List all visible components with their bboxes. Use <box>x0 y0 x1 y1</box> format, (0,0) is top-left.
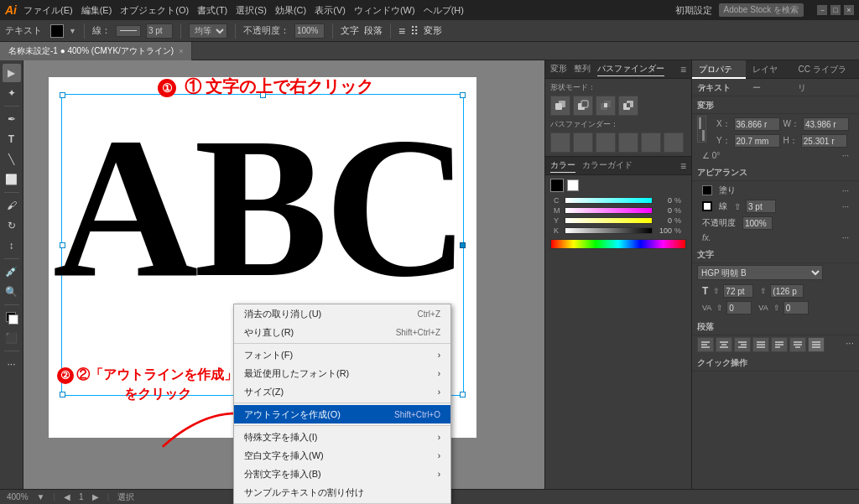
font-size-input[interactable] <box>723 284 753 298</box>
shape-minus-front[interactable] <box>573 96 593 116</box>
swatch-arrow[interactable]: ▼ <box>69 27 76 35</box>
search-box[interactable]: Adobe Stock を検索 <box>719 3 804 17</box>
paintbrush-tool[interactable]: 🖌 <box>3 196 21 215</box>
tracking-up-icon[interactable]: ⇧ <box>773 304 780 312</box>
cm-insert-blank[interactable]: 空白文字を挿入(W) › <box>234 446 450 465</box>
selection-tool[interactable]: ▶ <box>3 64 21 82</box>
kerning-up-icon[interactable]: ⇧ <box>716 304 723 312</box>
align-select[interactable]: 均等 <box>189 23 227 39</box>
y-slider[interactable] <box>565 217 653 224</box>
minimize-button[interactable]: － <box>817 5 827 15</box>
tab-cc-libraries[interactable]: CC ライブラリ <box>791 60 859 79</box>
menu-object[interactable]: オブジェクト(O) <box>120 4 189 17</box>
align-left-btn[interactable] <box>697 337 714 352</box>
direct-select-tool[interactable]: ✦ <box>3 84 21 102</box>
cm-fill-placeholder[interactable]: サンプルテキストの割り付け <box>234 483 450 501</box>
tab-pathfinder[interactable]: パスファインダー <box>597 63 664 76</box>
align-right-btn[interactable] <box>734 337 751 352</box>
stroke-color-swatch[interactable] <box>702 201 712 211</box>
leading-input[interactable] <box>770 284 804 298</box>
color-panel-menu[interactable]: ≡ <box>680 160 686 172</box>
tab-close[interactable]: × <box>179 47 183 55</box>
pf-crop[interactable] <box>618 132 638 153</box>
zoom-level[interactable]: 400% <box>7 492 29 501</box>
menu-edit[interactable]: 編集(E) <box>81 4 112 17</box>
font-size-up-icon[interactable]: ⇧ <box>713 287 720 295</box>
type-btn[interactable]: 文字 <box>341 24 359 37</box>
fill-color-swatch[interactable] <box>702 185 712 195</box>
cm-insert-break[interactable]: 分割文字を挿入(B) › <box>234 465 450 483</box>
cm-undo[interactable]: 消去の取り消し(U) Ctrl+Z <box>234 304 450 323</box>
handle-br[interactable] <box>460 392 466 397</box>
fx-button[interactable]: fx. <box>702 233 711 242</box>
tab-align[interactable]: 整列 <box>574 63 591 76</box>
pen-tool[interactable]: ✒ <box>3 110 21 128</box>
preset-label[interactable]: 初期設定 <box>675 4 712 17</box>
pf-divide[interactable] <box>550 132 570 153</box>
opacity-input[interactable] <box>294 23 325 39</box>
shape-unite[interactable] <box>550 96 570 116</box>
zoom-tool[interactable]: 🔍 <box>3 283 21 301</box>
font-select[interactable]: HGP 明朝 B <box>697 265 823 280</box>
kerning-input[interactable] <box>726 301 752 314</box>
menu-file[interactable]: ファイル(E) <box>23 4 73 17</box>
zoom-arrow[interactable]: ▼ <box>37 492 45 501</box>
tab-color[interactable]: カラー <box>550 159 575 173</box>
panel-menu-icon[interactable]: ≡ <box>680 64 686 75</box>
cm-redo[interactable]: やり直し(R) Shift+Ctrl+Z <box>234 323 450 341</box>
pf-trim[interactable] <box>573 132 593 153</box>
menu-window[interactable]: ウィンドウ(W) <box>354 4 415 17</box>
menu-select[interactable]: 選択(S) <box>236 4 267 17</box>
rotate-tool[interactable]: ↻ <box>3 216 21 235</box>
cm-size[interactable]: サイズ(Z) › <box>234 382 450 401</box>
pf-minus-back[interactable] <box>664 132 684 153</box>
fill-stroke-swatch[interactable] <box>3 309 21 327</box>
stroke-pt-input[interactable] <box>746 200 776 213</box>
tracking-input[interactable] <box>784 301 809 314</box>
fill-more-icon[interactable]: ··· <box>842 186 849 195</box>
h-input[interactable] <box>801 134 847 148</box>
w-input[interactable] <box>803 117 849 131</box>
tab-properties[interactable]: プロパティ <box>692 60 746 79</box>
tab-color-guide[interactable]: カラーガイド <box>582 159 633 173</box>
cm-insert-special[interactable]: 特殊文字を挿入(I) › <box>234 428 450 446</box>
shape-intersect[interactable] <box>596 96 616 116</box>
cm-recent-font[interactable]: 最近使用したフォント(R) › <box>234 364 450 382</box>
more-tools[interactable]: ··· <box>3 355 21 373</box>
paragraph-more-icon[interactable]: ··· <box>846 337 854 352</box>
tab-transform[interactable]: 変形 <box>550 63 567 76</box>
fx-more-icon[interactable]: ··· <box>842 233 849 242</box>
angle-more-icon[interactable]: ··· <box>842 151 849 160</box>
menu-type[interactable]: 書式(T) <box>197 4 227 17</box>
transform-btn[interactable]: 変形 <box>424 24 442 37</box>
pf-merge[interactable] <box>596 132 616 153</box>
shape-tool[interactable]: ⬜ <box>3 170 21 189</box>
opacity-input-prop[interactable] <box>742 216 773 230</box>
c-slider[interactable] <box>565 197 653 204</box>
align-justify-last-left-btn[interactable] <box>771 337 788 352</box>
stroke-more-icon[interactable]: ··· <box>842 202 849 211</box>
scale-tool[interactable]: ↕ <box>3 236 21 255</box>
menu-help[interactable]: ヘルプ(H) <box>424 4 464 17</box>
stroke-value-input[interactable] <box>146 23 173 39</box>
m-slider[interactable] <box>565 207 653 214</box>
artboard-nav-next[interactable]: ▶ <box>92 492 99 501</box>
x-input[interactable] <box>734 117 780 131</box>
align-justify-btn[interactable] <box>752 337 769 352</box>
para-btn[interactable]: 段落 <box>364 24 383 37</box>
align-justify-last-center-btn[interactable] <box>789 337 806 352</box>
k-slider[interactable] <box>565 227 653 234</box>
align-justify-all-btn[interactable] <box>808 337 825 352</box>
leading-up-icon[interactable]: ⇧ <box>760 287 767 295</box>
artboard-nav-prev[interactable]: ◀ <box>64 492 70 501</box>
fill-color-box[interactable] <box>550 179 564 192</box>
tab-layers[interactable]: レイヤー <box>746 60 791 79</box>
stroke-color-box[interactable] <box>567 179 579 191</box>
type-tool[interactable]: T <box>3 130 21 148</box>
line-tool[interactable]: ╲ <box>3 150 21 169</box>
menu-view[interactable]: 表示(V) <box>315 4 346 17</box>
eyedropper-tool[interactable]: 💉 <box>3 262 21 281</box>
shape-exclude[interactable] <box>618 96 638 116</box>
maximize-button[interactable]: □ <box>830 5 841 15</box>
close-button[interactable]: × <box>844 5 854 15</box>
